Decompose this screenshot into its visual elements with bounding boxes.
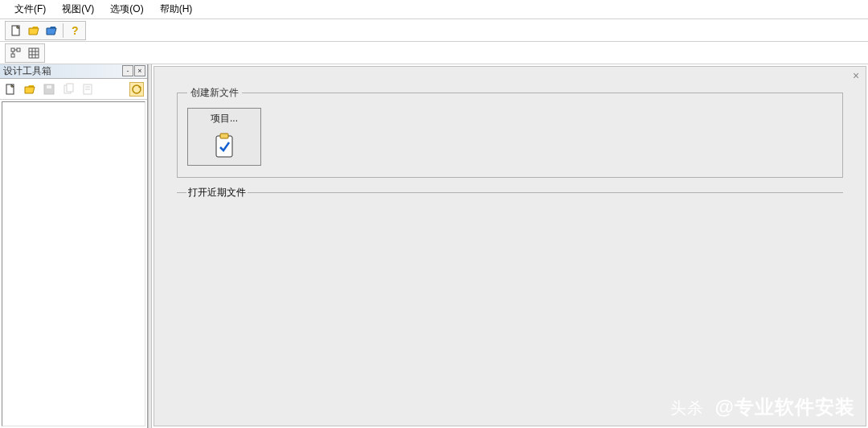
panel-body (2, 101, 145, 426)
svg-rect-18 (67, 84, 73, 92)
panel-title: 设计工具箱 (3, 64, 51, 78)
open-recent-file-legend: 打开近期文件 (186, 186, 248, 200)
svg-rect-25 (220, 134, 228, 138)
watermark-text: @专业软件安装 (715, 396, 855, 418)
panel-minimize-icon[interactable]: - (122, 65, 133, 76)
svg-rect-24 (216, 136, 232, 157)
toolbar-separator (63, 23, 63, 38)
create-new-file-group: 创建新文件 项目... (177, 86, 843, 178)
watermark-prefix: 头杀 (670, 399, 704, 417)
open-folder-blue-icon[interactable] (43, 23, 60, 39)
watermark: 头杀 @专业软件安装 (670, 394, 855, 420)
main-toolbar: ? (0, 19, 868, 42)
create-project-label: 项目... (211, 109, 238, 126)
toolbar-group-view (5, 43, 45, 63)
design-toolbox-panel: 设计工具箱 - × (0, 64, 148, 428)
panel-refresh-icon[interactable] (129, 82, 144, 97)
grid-view-icon[interactable] (25, 45, 43, 61)
menu-view[interactable]: 视图(V) (54, 0, 102, 19)
create-project-button[interactable]: 项目... (187, 108, 261, 166)
toolbar-group-file: ? (5, 21, 86, 40)
tree-view-icon[interactable] (7, 45, 25, 61)
panel-properties-icon (80, 82, 95, 97)
start-page: × 创建新文件 项目... 打开近期文件 (154, 66, 866, 426)
secondary-toolbar (0, 42, 868, 64)
panel-copy-icon (61, 82, 76, 97)
svg-rect-4 (17, 48, 20, 51)
help-icon[interactable]: ? (66, 23, 84, 39)
open-recent-file-group: 打开近期文件 (177, 186, 843, 428)
menu-file[interactable]: 文件(F) (6, 0, 54, 19)
open-folder-yellow-icon[interactable] (25, 23, 43, 39)
panel-toolbar (0, 79, 147, 100)
panel-close-icon[interactable]: × (134, 65, 145, 76)
content-area: 设计工具箱 - × (0, 64, 868, 428)
panel-save-icon (42, 82, 56, 97)
svg-rect-8 (29, 48, 39, 58)
menubar: 文件(F) 视图(V) 选项(O) 帮助(H) (0, 0, 868, 19)
menu-help[interactable]: 帮助(H) (152, 0, 201, 19)
close-icon[interactable]: × (850, 70, 862, 83)
svg-text:?: ? (72, 24, 79, 37)
menu-options[interactable]: 选项(O) (102, 0, 151, 19)
panel-new-icon[interactable] (3, 82, 18, 97)
splitter[interactable] (148, 64, 152, 428)
panel-header: 设计工具箱 - × (0, 64, 147, 79)
svg-rect-16 (47, 85, 51, 88)
new-file-icon[interactable] (7, 23, 25, 39)
create-new-file-legend: 创建新文件 (187, 86, 242, 100)
svg-rect-5 (11, 54, 14, 57)
panel-open-icon[interactable] (23, 82, 37, 97)
svg-rect-3 (11, 48, 14, 51)
clipboard-check-icon (213, 126, 235, 165)
